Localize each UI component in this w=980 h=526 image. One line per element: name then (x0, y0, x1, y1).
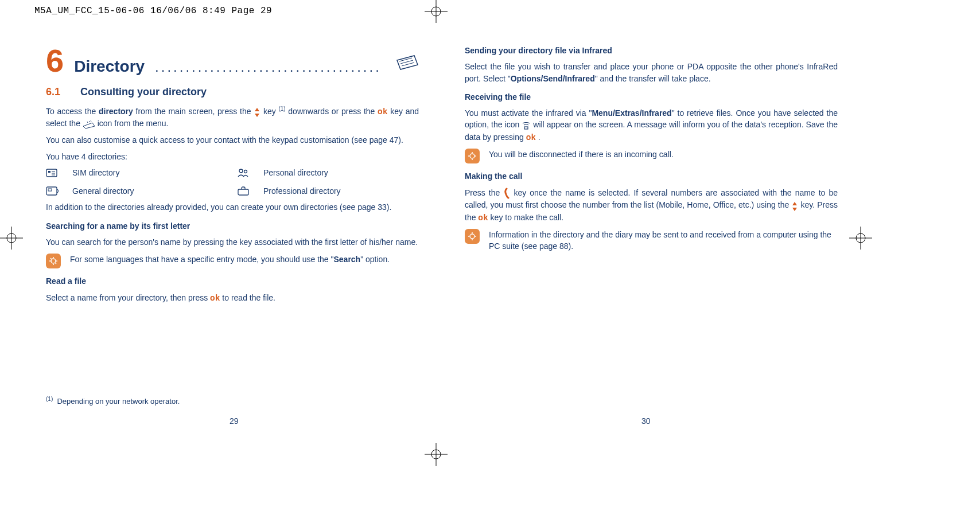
text: . (536, 133, 540, 142)
up-down-arrows-icon (791, 200, 798, 212)
tip-bulb-icon (46, 254, 61, 268)
para-addition: In addition to the directories already p… (46, 201, 419, 213)
svg-point-17 (244, 170, 247, 173)
footnote: (1) Depending on your network operator. (46, 396, 180, 406)
svg-marker-25 (792, 208, 797, 211)
tip-bulb-icon (465, 149, 480, 163)
text: Select a name from your directory, then … (46, 293, 210, 302)
tip-call: Information in the directory and the dia… (465, 229, 838, 252)
section-heading: 6.1 Consulting your directory (46, 84, 419, 99)
chapter-title: Directory (74, 55, 145, 79)
sim-directory-icon (46, 167, 59, 178)
directory-grid: SIM directory Personal directory General… (46, 167, 419, 197)
text: icon from the menu. (95, 119, 169, 128)
dir-personal-label: Personal directory (263, 167, 419, 178)
up-down-arrows-icon (254, 106, 260, 117)
text: to read the file. (220, 293, 275, 302)
footnote-text: Depending on your network operator. (57, 397, 180, 406)
text: key once the name is selected. If severa… (465, 188, 838, 210)
svg-rect-15 (48, 171, 50, 173)
svg-point-26 (470, 234, 475, 239)
tip-receive: You will be disconnected if there is an … (465, 149, 838, 163)
ok-key-icon: ok (526, 133, 536, 142)
chapter-number: 6 (46, 45, 64, 77)
menu-sparkle-icon (83, 118, 95, 130)
svg-point-16 (239, 169, 243, 173)
heading-call: Making the call (465, 170, 838, 182)
tip-bulb-icon (465, 229, 480, 244)
para-call: Press the key once the name is selected.… (465, 187, 838, 224)
text: Press the (465, 188, 503, 197)
svg-rect-19 (48, 189, 52, 191)
text: To access the (46, 106, 99, 115)
svg-point-23 (470, 154, 475, 158)
text: You must activate the infrared via " (465, 108, 592, 118)
dir-general-label: General directory (72, 185, 228, 197)
ok-key-icon: ok (478, 213, 488, 222)
chapter-dots: ..................................... (155, 57, 384, 77)
left-page: 6 Directory ............................… (46, 45, 419, 308)
tip-call-text: Information in the directory and the dia… (489, 229, 838, 252)
text-bold: Options/Send/Infrared (511, 74, 595, 83)
text: For some languages that have a specific … (70, 255, 333, 264)
heading-receive: Receiving the file (465, 91, 838, 103)
text: from the main screen, press the (133, 106, 254, 115)
dir-sim-label: SIM directory (72, 167, 228, 178)
section-number: 6.1 (46, 84, 69, 99)
header-slug: M5A_UM_FCC_15-06-06 16/06/06 8:49 Page 2… (0, 0, 980, 16)
tip-search-text: For some languages that have a specific … (70, 254, 390, 265)
text: " and the transfer will take place. (595, 74, 711, 83)
svg-rect-22 (524, 127, 528, 129)
right-page: Sending your directory file via Infrared… (465, 45, 838, 308)
para-receive: You must activate the infrared via "Menu… (465, 107, 838, 143)
registration-mark-bottom (425, 443, 448, 466)
text: key (260, 106, 278, 115)
chapter-heading: 6 Directory ............................… (46, 45, 419, 79)
ok-key-icon: ok (210, 293, 220, 302)
text: " option. (360, 255, 390, 264)
tip-search: For some languages that have a specific … (46, 254, 419, 268)
text-bold: directory (99, 106, 133, 115)
svg-marker-13 (255, 114, 259, 117)
page-number-left: 29 (230, 416, 239, 426)
text-bold: Menu/Extras/Infrared (592, 108, 671, 118)
text: key to make the call. (488, 213, 564, 222)
heading-read: Read a file (46, 275, 419, 287)
para-access: To access the directory from the main sc… (46, 105, 419, 130)
para-search: You can search for the person's name by … (46, 236, 419, 248)
call-key-icon (503, 187, 510, 199)
svg-point-11 (431, 450, 441, 459)
para-custom: You can also customise a quick access to… (46, 134, 419, 146)
para-read: Select a name from your directory, then … (46, 292, 419, 303)
section-title: Consulting your directory (80, 84, 207, 99)
svg-rect-20 (238, 189, 248, 195)
ok-key-icon: ok (378, 106, 387, 115)
infrared-icon (522, 120, 531, 131)
para-send: Select the file you wish to transfer and… (465, 61, 838, 84)
heading-search: Searching for a name by its first letter (46, 220, 419, 232)
personal-directory-icon (237, 167, 250, 178)
rolodex-icon (395, 53, 419, 75)
footnote-marker: (1) (46, 396, 53, 402)
tip-receive-text: You will be disconnected if there is an … (489, 149, 674, 160)
para-have: You have 4 directories: (46, 151, 419, 162)
heading-send: Sending your directory file via Infrared (465, 45, 838, 56)
text: downwards or press the (286, 106, 378, 115)
page-number-right: 30 (641, 416, 651, 426)
svg-point-21 (51, 259, 56, 263)
general-directory-icon (46, 186, 59, 196)
dir-professional-label: Professional directory (263, 185, 419, 197)
svg-marker-24 (792, 202, 797, 205)
footnote-ref: (1) (278, 106, 285, 112)
svg-marker-12 (255, 108, 259, 111)
text-bold: Search (333, 255, 360, 264)
professional-directory-icon (237, 186, 250, 196)
